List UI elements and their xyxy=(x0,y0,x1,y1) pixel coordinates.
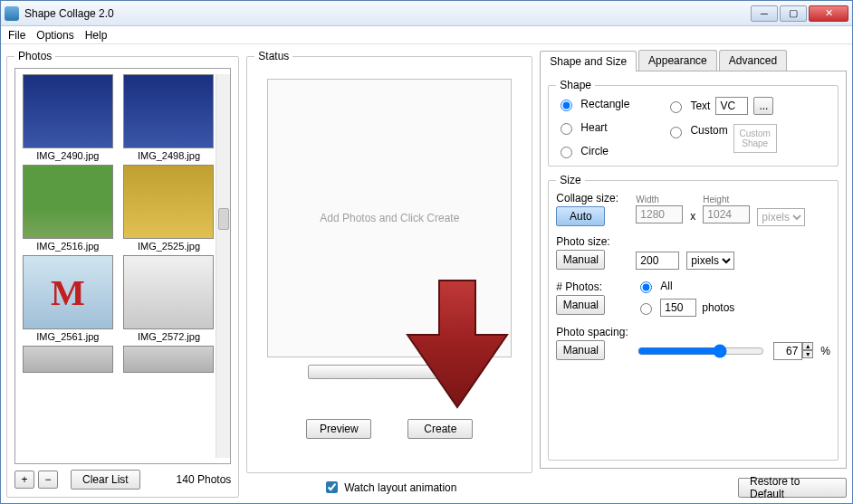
radio-text[interactable] xyxy=(670,101,682,113)
label-custom: Custom xyxy=(690,124,727,137)
preview-button[interactable]: Preview xyxy=(306,419,371,439)
close-button[interactable]: ✕ xyxy=(809,5,848,22)
thumbnail-label: IMG_2498.jpg xyxy=(138,150,200,161)
radio-all-photos[interactable] xyxy=(640,281,652,293)
radio-custom[interactable] xyxy=(670,127,682,138)
thumbnail-label: IMG_2525.jpg xyxy=(138,241,200,252)
add-photo-button[interactable]: + xyxy=(14,471,34,489)
thumbnail-image xyxy=(23,74,113,148)
label-all: All xyxy=(660,280,672,292)
photo-unit-select[interactable]: pixels xyxy=(686,252,734,270)
titlebar: Shape Collage 2.0 ─ ▢ ✕ xyxy=(1,1,852,26)
thumbnail-image xyxy=(123,255,214,329)
thumbnail[interactable]: IMG_2525.jpg xyxy=(122,165,216,252)
photo-size-input[interactable] xyxy=(636,252,679,270)
menubar: File Options Help xyxy=(1,26,852,44)
text-value-input[interactable] xyxy=(715,97,748,115)
thumbnail[interactable]: IMG_2516.jpg xyxy=(21,165,115,252)
height-input[interactable] xyxy=(703,205,750,223)
label-photos-word: photos xyxy=(702,301,734,314)
tab-shape-size[interactable]: Shape and Size xyxy=(540,51,637,71)
shape-group: Shape Rectangle Heart Circle Text xyxy=(548,79,839,166)
count-manual-button[interactable]: Manual xyxy=(556,295,605,315)
percent-label: % xyxy=(820,345,830,357)
tab-advanced[interactable]: Advanced xyxy=(719,50,787,71)
restore-default-button[interactable]: Restore to Default xyxy=(738,478,847,498)
photo-size-label: Photo size: xyxy=(556,235,628,248)
window-title: Shape Collage 2.0 xyxy=(24,7,751,20)
menu-help[interactable]: Help xyxy=(85,29,108,42)
create-button[interactable]: Create xyxy=(407,419,473,439)
thumbnail-label: IMG_2490.jpg xyxy=(36,150,99,161)
radio-rectangle[interactable] xyxy=(561,100,572,111)
scrollbar-thumb[interactable] xyxy=(218,208,229,230)
x-sep: x xyxy=(690,210,695,223)
spin-up[interactable]: ▲ xyxy=(802,342,813,350)
thumbnail[interactable]: MIMG_2561.jpg xyxy=(21,255,115,342)
size-legend: Size xyxy=(556,174,584,186)
menu-file[interactable]: File xyxy=(8,29,25,42)
maximize-button[interactable]: ▢ xyxy=(780,5,807,22)
thumbnail-label: IMG_2572.jpg xyxy=(138,331,200,342)
photo-manual-button[interactable]: Manual xyxy=(556,250,605,270)
progress-bar xyxy=(308,365,471,379)
thumbnail-label: IMG_2561.jpg xyxy=(36,331,99,342)
size-group: Size Collage size: Auto Width x Height p… xyxy=(548,174,839,461)
minimize-button[interactable]: ─ xyxy=(751,5,778,22)
photos-list[interactable]: IMG_2490.jpgIMG_2498.jpgIMG_2516.jpgIMG_… xyxy=(14,68,231,464)
radio-heart[interactable] xyxy=(561,123,572,135)
settings-panel: Shape and Size Appearance Advanced Shape… xyxy=(540,50,847,498)
label-heart: Heart xyxy=(580,121,607,134)
shape-legend: Shape xyxy=(556,79,595,91)
custom-shape-box[interactable]: Custom Shape xyxy=(733,124,777,153)
tab-appearance[interactable]: Appearance xyxy=(638,50,717,71)
photo-count: 140 Photos xyxy=(177,473,232,486)
photo-count-input[interactable] xyxy=(660,299,696,317)
label-circle: Circle xyxy=(580,145,609,157)
thumbnail-image: M xyxy=(23,255,113,329)
text-browse-button[interactable]: ... xyxy=(753,97,773,115)
thumbnail[interactable]: IMG_2490.jpg xyxy=(21,74,115,161)
spacing-label: Photo spacing: xyxy=(556,326,628,338)
photo-count-label: # Photos: xyxy=(556,281,628,293)
label-text: Text xyxy=(690,100,710,112)
menu-options[interactable]: Options xyxy=(36,29,73,42)
radio-n-photos[interactable] xyxy=(640,303,652,315)
status-legend: Status xyxy=(254,50,292,62)
collage-size-label: Collage size: xyxy=(556,192,628,204)
label-rectangle: Rectangle xyxy=(580,98,629,110)
spacing-input[interactable] xyxy=(773,342,802,360)
collage-auto-button[interactable]: Auto xyxy=(556,206,605,226)
thumbnail-image xyxy=(23,165,113,239)
watch-animation-checkbox[interactable] xyxy=(326,481,338,493)
preview-area: Add Photos and Click Create xyxy=(267,79,512,357)
scrollbar[interactable] xyxy=(216,74,230,458)
collage-unit-select[interactable]: pixels xyxy=(757,208,805,226)
height-label: Height xyxy=(703,195,750,204)
clear-list-button[interactable]: Clear List xyxy=(71,470,140,490)
thumbnail[interactable]: IMG_2572.jpg xyxy=(122,255,216,342)
thumbnail-image xyxy=(123,74,214,148)
spacing-manual-button[interactable]: Manual xyxy=(556,340,605,360)
photos-legend: Photos xyxy=(14,50,55,62)
remove-photo-button[interactable]: − xyxy=(38,471,58,489)
radio-circle[interactable] xyxy=(561,147,572,158)
status-panel: Status Add Photos and Click Create Previ… xyxy=(246,50,532,473)
app-icon xyxy=(5,6,19,21)
preview-placeholder: Add Photos and Click Create xyxy=(320,212,459,224)
thumbnail[interactable]: IMG_2498.jpg xyxy=(122,74,216,161)
thumbnail-image xyxy=(123,165,214,239)
spin-down[interactable]: ▼ xyxy=(802,350,813,358)
width-input[interactable] xyxy=(636,205,683,223)
photos-panel: Photos IMG_2490.jpgIMG_2498.jpgIMG_2516.… xyxy=(6,50,239,498)
thumbnail-label: IMG_2516.jpg xyxy=(36,241,99,252)
watch-animation-label: Watch layout animation xyxy=(344,481,456,494)
spacing-slider[interactable] xyxy=(637,344,764,358)
width-label: Width xyxy=(636,195,683,204)
